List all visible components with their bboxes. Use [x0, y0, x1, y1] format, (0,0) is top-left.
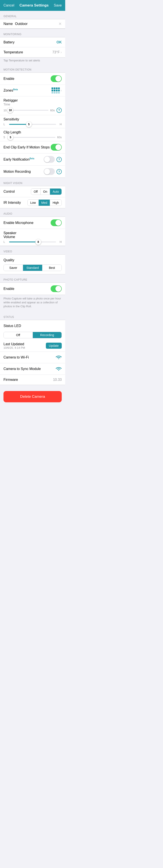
sensitivity-slider-thumb[interactable]: 5: [26, 122, 32, 127]
sensitivity-row: Sensitivity L 5 H: [0, 115, 65, 128]
zones-icon: [52, 88, 60, 94]
firmware-label: Firmware: [3, 378, 18, 382]
temperature-label: Temperature: [3, 50, 23, 54]
battery-row: Battery OK: [0, 37, 65, 47]
control-on-button[interactable]: On: [40, 189, 50, 195]
clip-min-label: 5: [3, 135, 7, 139]
last-updated-content: Last Updated 10/6/20, 4:14 PM: [3, 342, 25, 349]
quality-label: Quality: [3, 258, 15, 262]
early-notif-row: Early NotificationBeta ?: [0, 153, 65, 165]
header-title: Camera Settings: [20, 3, 49, 8]
clip-slider-thumb[interactable]: 5: [8, 134, 13, 140]
zones-beta-badge: Beta: [13, 88, 18, 91]
retrigger-help-button[interactable]: ?: [56, 107, 62, 113]
motion-section-label: MOTION DETECTION: [0, 64, 65, 72]
motion-enable-toggle[interactable]: [51, 75, 62, 82]
led-off-button[interactable]: Off: [4, 332, 33, 338]
audio-card: Enable Microphone SpeakerVolume L 8 H: [0, 217, 65, 246]
general-card: Name ✕: [0, 19, 65, 29]
sensitivity-slider-track[interactable]: 5: [9, 124, 56, 125]
clip-slider-container: 5 5 60s: [3, 135, 62, 139]
save-button[interactable]: Save: [54, 3, 62, 7]
temperature-chevron-icon: ›: [61, 50, 62, 54]
clip-length-row: Clip Length 5 5 60s: [0, 128, 65, 141]
update-button[interactable]: Update: [46, 343, 62, 349]
retrigger-min-label: 10: [3, 109, 7, 112]
control-row: Control Off On Auto: [0, 186, 65, 197]
motion-enable-row: Enable: [0, 73, 65, 85]
early-notif-help-button[interactable]: ?: [56, 157, 62, 162]
status-led-segmented: Off Recording: [3, 332, 62, 338]
audio-section-label: AUDIO: [0, 208, 65, 217]
wifi-icon: [56, 354, 62, 361]
control-segmented: Off On Auto: [31, 188, 62, 195]
speaker-max-label: H: [58, 240, 62, 244]
ir-segmented: Low Med High: [27, 199, 62, 206]
zones-row[interactable]: ZonesBeta ›: [0, 85, 65, 96]
photo-enable-toggle[interactable]: [51, 285, 62, 292]
retrigger-label: RetriggerTime: [3, 98, 18, 106]
end-clip-toggle[interactable]: [51, 144, 62, 151]
ir-med-button[interactable]: Med: [39, 199, 50, 206]
microphone-toggle[interactable]: [51, 219, 62, 226]
motion-recording-controls: ?: [44, 168, 62, 175]
battery-value: OK: [56, 40, 62, 44]
zones-chevron-icon: ›: [61, 89, 62, 92]
last-updated-row: Last Updated 10/6/20, 4:14 PM Update: [0, 340, 65, 352]
camera-sync-label: Camera to Sync Module: [3, 367, 41, 371]
control-auto-button[interactable]: Auto: [50, 189, 61, 195]
retrigger-max-label: 60s: [50, 109, 55, 112]
ir-high-button[interactable]: High: [50, 199, 61, 206]
retrigger-slider-track[interactable]: 10: [9, 110, 49, 111]
microphone-row: Enable Microphone: [0, 217, 65, 229]
night-vision-section-label: NIGHT VISION: [0, 178, 65, 186]
speaker-slider-thumb[interactable]: 8: [35, 239, 41, 245]
retrigger-row: RetriggerTime 10 10 60s ?: [0, 96, 65, 115]
ir-intensity-label: IR Intensity: [3, 201, 21, 205]
ir-low-button[interactable]: Low: [28, 199, 39, 206]
clip-slider-track[interactable]: 5: [9, 137, 55, 138]
clip-length-label: Clip Length: [3, 130, 21, 134]
delete-camera-button[interactable]: Delete Camera: [3, 391, 62, 402]
motion-recording-row: Motion Recording ?: [0, 165, 65, 178]
sensitivity-max-label: H: [58, 123, 62, 126]
photo-enable-label: Enable: [3, 287, 15, 291]
camera-sync-row: Camera to Sync Module: [0, 363, 65, 375]
early-notif-toggle[interactable]: [44, 156, 55, 163]
name-input[interactable]: [15, 22, 58, 26]
quality-best-button[interactable]: Best: [43, 265, 61, 271]
sync-wifi-icon: [56, 366, 62, 372]
temperature-row[interactable]: Temperature 73°F ›: [0, 47, 65, 57]
name-row: Name ✕: [0, 19, 65, 29]
camera-wifi-label: Camera to Wi-Fi: [3, 355, 29, 359]
night-vision-card: Control Off On Auto IR Intensity Low Med…: [0, 186, 65, 208]
sensitivity-slider-container: L 5 H: [3, 123, 62, 126]
photo-capture-card: Enable: [0, 282, 65, 295]
led-recording-button[interactable]: Recording: [33, 332, 62, 338]
speaker-slider-container: L 8 H: [3, 240, 62, 244]
cancel-button[interactable]: Cancel: [3, 3, 15, 7]
status-section-label: STATUS: [0, 312, 65, 320]
speaker-slider-track[interactable]: 8: [9, 242, 56, 242]
motion-enable-label: Enable: [3, 77, 15, 81]
early-notif-label: Early NotificationBeta: [3, 157, 34, 161]
firmware-value: 10.33: [53, 378, 62, 382]
motion-recording-help-button[interactable]: ?: [56, 169, 62, 174]
camera-wifi-row: Camera to Wi-Fi: [0, 352, 65, 363]
speaker-min-label: L: [3, 240, 7, 244]
microphone-label: Enable Microphone: [3, 221, 33, 225]
temperature-note: Tap Temperature to set alerts: [0, 58, 65, 64]
retrigger-slider-thumb[interactable]: 10: [7, 107, 13, 113]
clear-name-button[interactable]: ✕: [58, 22, 62, 26]
quality-standard-button[interactable]: Standard: [23, 265, 43, 271]
firmware-row: Firmware 10.33: [0, 375, 65, 385]
control-label: Control: [3, 190, 15, 193]
control-off-button[interactable]: Off: [31, 189, 40, 195]
quality-saver-button[interactable]: Saver: [4, 265, 23, 271]
motion-recording-toggle[interactable]: [44, 168, 55, 175]
end-clip-row: End Clip Early If Motion Stops: [0, 141, 65, 153]
last-updated-label: Last Updated: [3, 342, 25, 346]
end-clip-label: End Clip Early If Motion Stops: [3, 145, 50, 149]
motion-card: Enable ZonesBeta › RetriggerTime 10: [0, 72, 65, 178]
status-led-row: Status LED: [0, 320, 65, 330]
